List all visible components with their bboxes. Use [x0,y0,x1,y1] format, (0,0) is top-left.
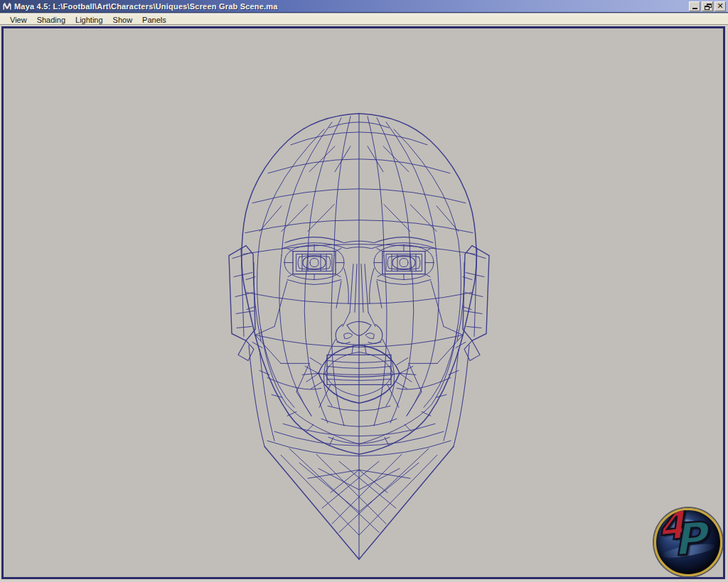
wireframe-head [4,28,723,577]
restore-button[interactable] [702,1,713,11]
4players-logo: 4 P [654,508,722,576]
viewport-panel[interactable]: 4 P [1,26,725,579]
menu-show[interactable]: Show [108,15,138,25]
logo-letter-p: P [672,516,707,562]
menu-panels[interactable]: Panels [137,15,171,25]
maya-icon [2,1,12,11]
menu-shading[interactable]: Shading [32,15,70,25]
minimize-icon [692,8,697,9]
menu-lighting[interactable]: Lighting [70,15,108,25]
menu-bar: View Shading Lighting Show Panels [0,14,728,25]
minimize-button[interactable] [689,1,700,11]
menu-view[interactable]: View [5,15,32,25]
close-icon: ✕ [717,2,723,11]
window-title: Maya 4.5: L:\Football\Art\Characters\Uni… [14,2,689,11]
close-button[interactable]: ✕ [714,1,726,11]
restore-icon [705,4,712,10]
title-bar: Maya 4.5: L:\Football\Art\Characters\Uni… [0,0,728,13]
window-controls: ✕ [689,1,726,11]
